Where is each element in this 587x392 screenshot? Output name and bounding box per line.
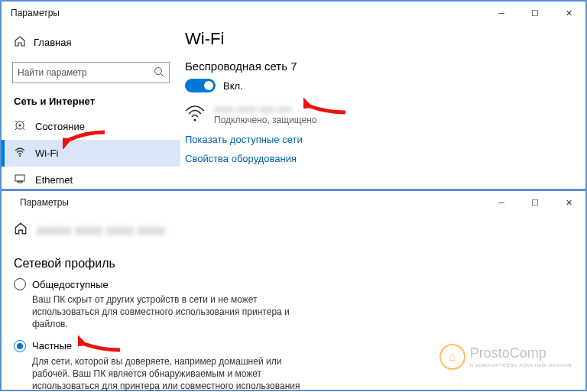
annotation-arrow bbox=[63, 126, 109, 149]
page-title-ssid: xxxxx xxxx xxxx xxxx bbox=[37, 222, 165, 238]
back-home-icon[interactable] bbox=[14, 222, 28, 238]
annotation-arrow bbox=[78, 335, 124, 358]
svg-point-8 bbox=[19, 155, 21, 157]
radio-icon bbox=[14, 278, 26, 290]
window-title: Параметры bbox=[11, 8, 60, 18]
svg-rect-9 bbox=[15, 175, 24, 181]
close-button[interactable]: ✕ bbox=[552, 191, 585, 214]
search-icon bbox=[154, 66, 164, 79]
svg-line-7 bbox=[23, 128, 24, 130]
svg-line-5 bbox=[23, 121, 24, 122]
svg-line-4 bbox=[15, 121, 17, 122]
radio-label: Частные bbox=[32, 340, 72, 352]
link-hardware-properties[interactable]: Свойства оборудования bbox=[185, 153, 585, 164]
search-placeholder: Найти параметр bbox=[18, 67, 87, 78]
minimize-button[interactable]: ─ bbox=[485, 2, 518, 24]
ethernet-icon bbox=[14, 173, 26, 187]
watermark-name: ProstoComp bbox=[470, 345, 572, 361]
radio-icon bbox=[14, 340, 26, 352]
sidebar-item-label: Wi-Fi bbox=[35, 147, 58, 159]
minimize-button[interactable]: ─ bbox=[485, 191, 518, 214]
window-title: Параметры bbox=[20, 197, 69, 208]
svg-point-0 bbox=[155, 67, 162, 74]
svg-rect-10 bbox=[18, 181, 22, 183]
network-status: Подключено, защищено bbox=[214, 115, 317, 125]
home-label: Главная bbox=[34, 37, 71, 48]
svg-line-1 bbox=[161, 73, 164, 76]
radio-label: Общедоступные bbox=[32, 279, 109, 290]
svg-line-6 bbox=[15, 128, 17, 130]
watermark-logo-icon: ⌂ bbox=[439, 344, 465, 370]
maximize-button[interactable]: ☐ bbox=[518, 191, 552, 214]
section-heading: Сетевой профиль bbox=[14, 257, 573, 271]
annotation-arrow bbox=[303, 97, 349, 120]
adapter-name: Беспроводная сеть 7 bbox=[185, 60, 585, 73]
network-ssid: xxxx xxxx xxx xxx bbox=[214, 103, 317, 115]
wifi-toggle[interactable] bbox=[185, 79, 216, 92]
section-title: Сеть и Интернет bbox=[2, 92, 180, 113]
sidebar-item-ethernet[interactable]: Ethernet bbox=[2, 167, 180, 193]
watermark: ⌂ ProstoComp о компьютерах простым языко… bbox=[439, 344, 572, 370]
home-nav[interactable]: Главная bbox=[2, 31, 180, 54]
public-description: Ваш ПК скрыт от других устройств в сети … bbox=[32, 293, 307, 331]
status-icon bbox=[14, 119, 26, 134]
toggle-label: Вкл. bbox=[223, 80, 243, 92]
radio-public[interactable]: Общедоступные bbox=[14, 278, 573, 290]
svg-point-11 bbox=[193, 118, 196, 121]
wifi-signal-icon bbox=[185, 103, 205, 126]
wifi-icon bbox=[14, 146, 26, 160]
connected-network[interactable]: xxxx xxxx xxx xxx Подключено, защищено bbox=[185, 103, 585, 126]
close-button[interactable]: ✕ bbox=[552, 2, 585, 24]
sidebar-item-label: Ethernet bbox=[35, 174, 73, 186]
watermark-tagline: о компьютерах простым языком bbox=[470, 361, 572, 368]
svg-point-3 bbox=[19, 125, 21, 127]
search-input[interactable]: Найти параметр bbox=[12, 62, 170, 83]
maximize-button[interactable]: ☐ bbox=[518, 2, 552, 24]
private-description: Для сети, которой вы доверяете, например… bbox=[32, 355, 307, 391]
link-available-networks[interactable]: Показать доступные сети bbox=[185, 134, 585, 145]
page-title: Wi-Fi bbox=[185, 29, 585, 49]
home-icon bbox=[14, 35, 26, 50]
